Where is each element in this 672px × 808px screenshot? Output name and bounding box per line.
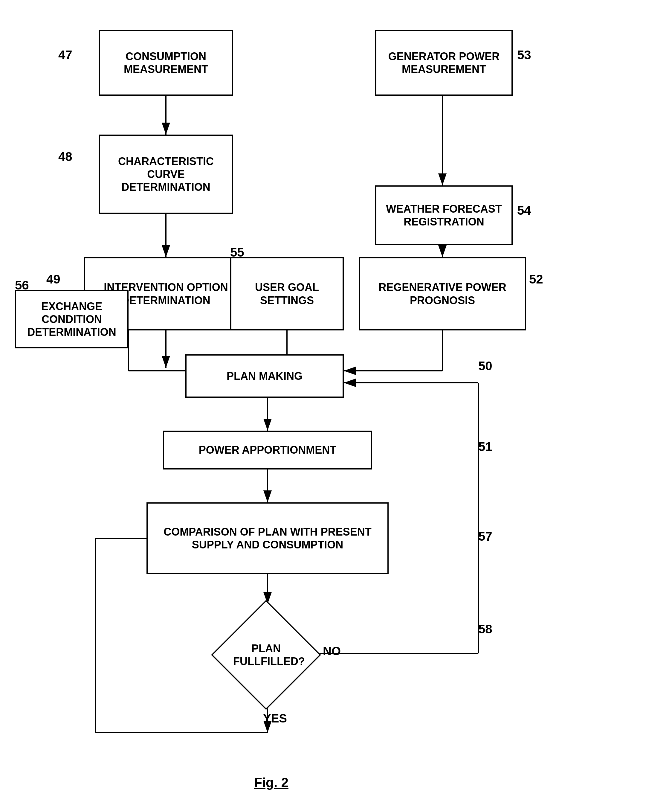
weather-forecast-box: WEATHER FORECAST REGISTRATION (375, 185, 513, 245)
ref-48: 48 (58, 150, 72, 164)
ref-52: 52 (529, 272, 543, 287)
plan-fulfilled-diamond: PLAN FULLFILLED? (215, 604, 317, 706)
consumption-measurement-box: CONSUMPTION MEASUREMENT (98, 30, 233, 96)
ref-54: 54 (517, 203, 531, 218)
characteristic-curve-box: CHARACTERISTIC CURVE DETERMINATION (98, 135, 233, 214)
ref-53: 53 (517, 48, 531, 62)
weather-forecast-label: WEATHER FORECAST REGISTRATION (379, 202, 509, 228)
user-goal-settings-label: USER GOAL SETTINGS (234, 281, 340, 307)
comparison-box: COMPARISON OF PLAN WITH PRESENT SUPPLY A… (147, 502, 389, 574)
characteristic-curve-label: CHARACTERISTIC CURVE DETERMINATION (103, 155, 229, 194)
ref-55: 55 (230, 245, 244, 260)
ref-50: 50 (478, 359, 492, 373)
generator-power-measurement-box: GENERATOR POWER MEASUREMENT (375, 30, 513, 96)
regenerative-power-box: REGENERATIVE POWER PROGNOSIS (359, 257, 526, 331)
power-apportionment-label: POWER APPORTIONMENT (199, 444, 337, 456)
no-label: NO (323, 644, 341, 658)
ref-47: 47 (58, 48, 72, 62)
ref-57: 57 (478, 529, 492, 544)
ref-49: 49 (46, 272, 60, 287)
ref-56: 56 (15, 278, 29, 292)
exchange-condition-label: EXCHANGE CONDITION DETERMINATION (19, 300, 124, 339)
plan-making-label: PLAN MAKING (227, 370, 302, 382)
power-apportionment-box: POWER APPORTIONMENT (163, 431, 372, 469)
ref-58: 58 (478, 622, 492, 636)
plan-fulfilled-label: PLAN FULLFILLED? (233, 642, 299, 668)
yes-label: YES (263, 712, 287, 725)
ref-51: 51 (478, 439, 492, 454)
comparison-label: COMPARISON OF PLAN WITH PRESENT SUPPLY A… (151, 526, 384, 551)
regenerative-power-label: REGENERATIVE POWER PROGNOSIS (363, 281, 522, 307)
user-goal-settings-box: USER GOAL SETTINGS (230, 257, 344, 331)
plan-making-box: PLAN MAKING (185, 354, 344, 398)
generator-power-label: GENERATOR POWER MEASUREMENT (379, 50, 509, 76)
diagram-container: CONSUMPTION MEASUREMENT 47 GENERATOR POW… (0, 0, 672, 808)
figure-caption: Fig. 2 (254, 775, 288, 790)
exchange-condition-box: EXCHANGE CONDITION DETERMINATION (15, 290, 128, 348)
arrows-svg (0, 0, 672, 808)
consumption-measurement-label: CONSUMPTION MEASUREMENT (103, 50, 229, 76)
